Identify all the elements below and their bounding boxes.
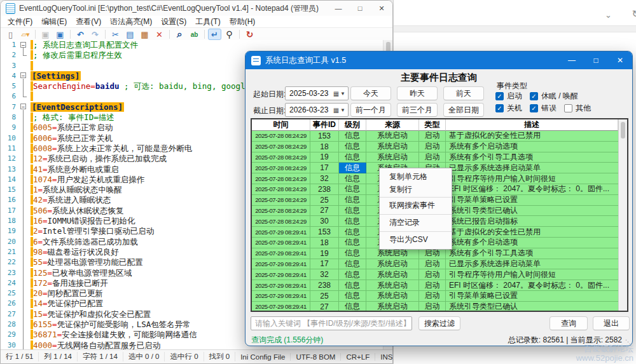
- paste[interactable]: [138, 29, 151, 40]
- fold-marker-icon[interactable]: [19, 102, 28, 112]
- context-menu-item[interactable]: 联网搜索事件: [380, 197, 452, 213]
- quick-date-button[interactable]: 前天: [443, 86, 484, 100]
- sep[interactable]: [169, 30, 170, 39]
- sep[interactable]: [70, 30, 71, 39]
- maximize-button[interactable]: □: [349, 1, 371, 16]
- cell-level[interactable]: 信息: [339, 173, 366, 184]
- fold-marker-icon[interactable]: [19, 91, 28, 102]
- fold-marker-icon[interactable]: [19, 288, 28, 299]
- table-row[interactable]: 2025-07-28 08:24:29 18 信息 系统启动 启动 系统有多个启…: [252, 142, 618, 152]
- end-date-input[interactable]: 2026-03-23 ▦▼: [285, 103, 349, 117]
- fold-marker-icon[interactable]: [19, 123, 28, 133]
- fold-marker-icon[interactable]: [19, 71, 28, 81]
- fold-marker-icon[interactable]: [19, 320, 28, 330]
- exit-button[interactable]: 退出: [593, 316, 630, 330]
- fold-marker-icon[interactable]: [19, 268, 28, 278]
- cell-level[interactable]: 信息: [339, 269, 366, 280]
- cell-level[interactable]: 信息: [339, 184, 366, 195]
- fold-marker-icon[interactable]: [19, 330, 28, 340]
- menu-item[interactable]: 查看(V): [71, 17, 106, 27]
- fold-marker-icon[interactable]: [19, 257, 28, 267]
- column-header[interactable]: 描述: [446, 119, 618, 131]
- fold-marker-icon[interactable]: [19, 309, 28, 320]
- fold-marker-icon[interactable]: [19, 112, 28, 123]
- fold-marker-icon[interactable]: [19, 40, 28, 50]
- maximize-button[interactable]: □: [584, 51, 608, 69]
- cell-level[interactable]: 信息: [339, 206, 366, 217]
- event-type-checkbox[interactable]: 关机: [495, 103, 522, 114]
- save-as[interactable]: [53, 29, 67, 40]
- cell-level[interactable]: 信息: [339, 142, 366, 152]
- context-menu-item[interactable]: 导出为CSV: [380, 231, 452, 247]
- fold-marker-icon[interactable]: [19, 185, 28, 195]
- cell-level[interactable]: 信息: [339, 291, 366, 302]
- fold-marker-icon[interactable]: [19, 154, 28, 164]
- cell-level[interactable]: 信息: [339, 302, 366, 312]
- word-wrap[interactable]: [208, 29, 221, 40]
- table-row[interactable]: 2025-07-29 08:29:41 32 信息 系统启动 启动 引导程序等待…: [252, 269, 618, 280]
- column-header[interactable]: 级别: [339, 119, 366, 131]
- close-button[interactable]: ✕: [608, 51, 632, 69]
- sep[interactable]: [105, 30, 106, 39]
- reload[interactable]: [243, 29, 256, 40]
- quick-date-button[interactable]: 今天: [350, 86, 391, 100]
- table-row[interactable]: 2025-07-29 08:29:41 27 信息 系统启动 启动 系统引导类型…: [252, 302, 618, 312]
- menu-item[interactable]: 帮助(H): [225, 17, 260, 27]
- pin[interactable]: [223, 29, 236, 40]
- event-type-checkbox[interactable]: 休眠 / 唤醒: [530, 91, 578, 102]
- refresh-icon[interactable]: ↻: [632, 8, 636, 20]
- cell-level[interactable]: 信息: [339, 163, 366, 173]
- redo[interactable]: [88, 29, 102, 40]
- menu-item[interactable]: 工具(T): [191, 17, 225, 27]
- fold-marker-icon[interactable]: [19, 61, 28, 71]
- event-type-checkbox[interactable]: 错误: [530, 103, 556, 114]
- fold-marker-icon[interactable]: [19, 81, 28, 91]
- context-menu-item[interactable]: 复制单元格: [380, 170, 452, 183]
- fold-marker-icon[interactable]: [19, 175, 28, 185]
- calendar-dropdown-icon[interactable]: ▦▼: [333, 107, 348, 114]
- editor-line[interactable]: 1 ; 系统日志查询工具配置文件: [1, 40, 384, 50]
- quick-date-button[interactable]: 前三个月: [397, 103, 438, 117]
- cell-level[interactable]: 信息: [339, 152, 366, 163]
- menu-item[interactable]: 编辑(E): [37, 17, 71, 27]
- cell-level[interactable]: 信息: [339, 238, 366, 248]
- quick-date-button[interactable]: 全部日期: [443, 103, 484, 117]
- menu-item[interactable]: 文件(F): [3, 17, 37, 27]
- cell-level[interactable]: 信息: [339, 248, 366, 259]
- context-menu-item[interactable]: 复制行: [380, 183, 452, 196]
- open-file[interactable]: [18, 29, 32, 40]
- table-row[interactable]: 2025-07-28 08:24:29 153 信息 系统启动 启动 基于虚拟化…: [252, 131, 618, 142]
- cut[interactable]: [109, 29, 122, 40]
- quick-date-button[interactable]: 昨天: [397, 86, 438, 100]
- minimize-button[interactable]: —: [560, 51, 584, 69]
- sep[interactable]: [204, 30, 205, 39]
- calendar-dropdown-icon[interactable]: ▦▼: [333, 90, 348, 97]
- event-type-checkbox[interactable]: 其他: [564, 103, 591, 114]
- copy[interactable]: [123, 29, 137, 40]
- fold-marker-icon[interactable]: [19, 50, 28, 60]
- save[interactable]: [39, 29, 52, 40]
- table-row[interactable]: 2025-07-28 08:24:29 19 信息 系统启动 启动 系统有多个引…: [252, 152, 618, 163]
- minimize-button[interactable]: —: [328, 1, 349, 16]
- query-button[interactable]: 查询: [550, 316, 588, 330]
- fold-marker-icon[interactable]: [19, 195, 28, 205]
- event-type-checkbox[interactable]: 启动: [495, 91, 522, 102]
- table-row[interactable]: 2025-07-29 08:29:41 17 信息 系统启动 启动 已显示多系统…: [252, 259, 618, 270]
- sep[interactable]: [35, 30, 36, 39]
- table-row[interactable]: 2025-07-29 08:29:41 238 信息 系统启动 启动 EFI 时…: [252, 280, 618, 291]
- fold-marker-icon[interactable]: [19, 133, 28, 144]
- table-row[interactable]: 2025-07-29 08:29:41 19 信息 系统启动 启动 系统有多个引…: [252, 248, 618, 259]
- cell-level[interactable]: 信息: [339, 280, 366, 291]
- delete[interactable]: [153, 29, 166, 40]
- cell-level[interactable]: 信息: [339, 195, 366, 206]
- close-button[interactable]: ✕: [371, 1, 392, 16]
- fold-marker-icon[interactable]: [19, 247, 28, 257]
- fold-marker-icon[interactable]: [19, 206, 28, 216]
- fold-marker-icon[interactable]: [19, 226, 28, 236]
- column-header[interactable]: 类型: [419, 119, 446, 131]
- search-filter-button[interactable]: 搜索过滤: [418, 316, 460, 330]
- cell-level[interactable]: 信息: [339, 259, 366, 270]
- quick-date-button[interactable]: 前一个月: [350, 103, 391, 117]
- scrollbar-thumb[interactable]: [621, 122, 625, 138]
- search-input[interactable]: [251, 316, 412, 330]
